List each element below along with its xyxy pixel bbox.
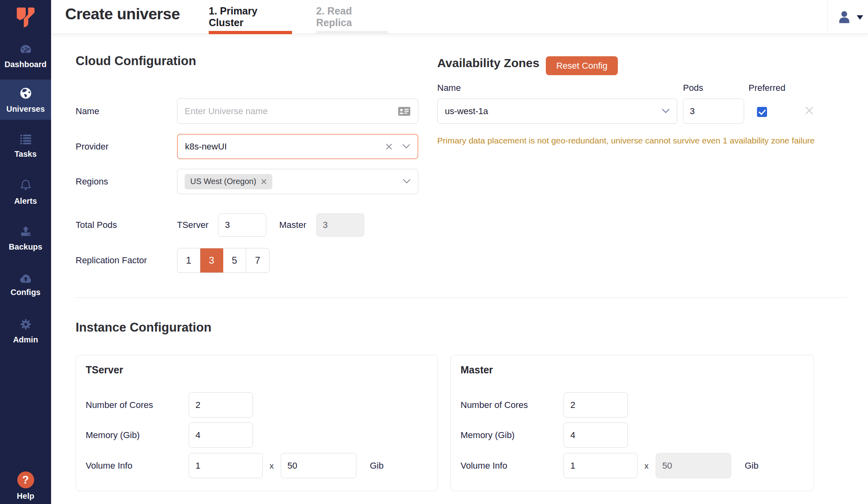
bell-icon bbox=[19, 179, 33, 193]
provider-field-label: Provider bbox=[76, 141, 177, 152]
universe-name-input-wrap bbox=[177, 98, 418, 124]
provider-chevron-down-icon[interactable] bbox=[402, 144, 410, 149]
master-pods-label: Master bbox=[279, 220, 306, 230]
az-column-pods: Pods bbox=[683, 83, 703, 93]
tserver-pods-input[interactable] bbox=[218, 213, 266, 237]
instance-configuration-title: Instance Configuration bbox=[76, 320, 212, 335]
replication-factor-segmented-control: 1 3 5 7 bbox=[177, 248, 269, 273]
yugabyte-logo bbox=[0, 3, 51, 31]
master-memory-input[interactable] bbox=[564, 422, 628, 448]
name-field-label: Name bbox=[76, 106, 177, 117]
yugabyte-logo-icon bbox=[14, 4, 38, 30]
total-pods-label: Total Pods bbox=[76, 220, 177, 230]
tab-label: 2. Read Replica bbox=[316, 5, 388, 29]
sidebar-item-dashboard[interactable]: Dashboard bbox=[0, 36, 51, 76]
az-selected-zone: us-west-1a bbox=[445, 106, 488, 117]
contact-card-icon bbox=[398, 107, 411, 116]
regions-field-label: Regions bbox=[76, 176, 177, 187]
gear-icon bbox=[19, 318, 33, 331]
universe-name-input[interactable] bbox=[185, 106, 398, 117]
user-avatar-icon bbox=[837, 9, 852, 25]
universe-globe-icon bbox=[19, 86, 33, 100]
tserver-pods-label: TServer bbox=[177, 220, 208, 230]
memory-label: Memory (Gib) bbox=[86, 430, 189, 440]
top-header: Create universe 1. Primary Cluster 2. Re… bbox=[51, 0, 868, 34]
rf-option-3-selected[interactable]: 3 bbox=[200, 248, 223, 272]
sidebar-item-universes[interactable]: Universes bbox=[0, 80, 51, 120]
tserver-volume-count-input[interactable] bbox=[189, 453, 263, 478]
replication-factor-label: Replication Factor bbox=[76, 255, 177, 266]
az-column-name: Name bbox=[437, 83, 461, 93]
master-volume-count-input[interactable] bbox=[564, 453, 638, 478]
create-universe-page: Dashboard Universes Tasks bbox=[0, 0, 868, 504]
sidebar-item-admin[interactable]: Admin bbox=[0, 311, 51, 351]
dashboard-icon bbox=[19, 44, 33, 56]
tab-primary-cluster[interactable]: 1. Primary Cluster bbox=[209, 0, 292, 34]
geo-redundancy-warning: Primary data placement is not geo-redund… bbox=[437, 136, 815, 145]
cloud-upload-icon bbox=[19, 272, 33, 284]
sidebar-item-help[interactable]: ? Help bbox=[0, 471, 51, 501]
tab-read-replica[interactable]: 2. Read Replica bbox=[316, 0, 388, 34]
sidebar-item-label: Tasks bbox=[14, 150, 37, 159]
header-divider bbox=[827, 0, 828, 33]
volume-info-label: Volume Info bbox=[461, 461, 564, 471]
tserver-memory-row: Memory (Gib) bbox=[86, 422, 253, 448]
regions-chevron-down-icon[interactable] bbox=[403, 179, 411, 184]
sidebar-item-backups[interactable]: Backups bbox=[0, 218, 51, 258]
sidebar-item-alerts[interactable]: Alerts bbox=[0, 172, 51, 212]
sidebar-item-label: Backups bbox=[9, 242, 42, 252]
sidebar-item-label: Alerts bbox=[14, 197, 37, 206]
provider-row: Provider k8s-newUI bbox=[76, 134, 418, 159]
az-pods-input[interactable] bbox=[683, 98, 744, 124]
tserver-volume-size-input[interactable] bbox=[281, 453, 356, 478]
section-divider bbox=[76, 297, 847, 298]
az-preferred-checkbox[interactable] bbox=[757, 107, 767, 117]
master-volume-size-input bbox=[656, 453, 731, 478]
tserver-volume-row: Volume Info x Gib bbox=[86, 453, 384, 478]
sidebar-item-label: Help bbox=[17, 492, 34, 501]
sidebar: Dashboard Universes Tasks bbox=[0, 0, 51, 504]
master-card: Master Number of Cores Memory (Gib) Volu… bbox=[450, 355, 814, 491]
page-title: Create universe bbox=[65, 5, 180, 23]
sidebar-item-label: Configs bbox=[10, 288, 40, 297]
region-chip-remove-icon[interactable] bbox=[261, 179, 267, 184]
provider-clear-icon[interactable] bbox=[385, 143, 393, 150]
master-card-title: Master bbox=[461, 364, 493, 376]
az-chevron-down-icon[interactable] bbox=[662, 109, 670, 114]
cores-label: Number of Cores bbox=[461, 400, 564, 410]
availability-zones-title: Availability Zones bbox=[437, 56, 539, 70]
tasks-list-icon bbox=[19, 133, 33, 145]
master-pods-input bbox=[316, 213, 364, 237]
region-chip: US West (Oregon) bbox=[185, 174, 272, 189]
rf-option-5[interactable]: 5 bbox=[223, 248, 246, 272]
help-icon: ? bbox=[17, 471, 34, 488]
master-cores-input[interactable] bbox=[564, 392, 628, 418]
multiply-symbol: x bbox=[644, 461, 649, 471]
rf-option-1[interactable]: 1 bbox=[177, 248, 200, 272]
sidebar-item-configs[interactable]: Configs bbox=[0, 264, 51, 305]
reset-config-button[interactable]: Reset Config bbox=[546, 56, 618, 75]
sidebar-item-label: Dashboard bbox=[4, 60, 46, 69]
az-name-select[interactable]: us-west-1a bbox=[437, 98, 677, 124]
sidebar-item-tasks[interactable]: Tasks bbox=[0, 126, 51, 166]
tab-label: 1. Primary Cluster bbox=[209, 5, 292, 29]
rf-option-7[interactable]: 7 bbox=[246, 248, 269, 272]
tserver-cores-input[interactable] bbox=[189, 392, 253, 418]
chevron-down-icon bbox=[857, 15, 863, 23]
upload-tray-icon bbox=[19, 225, 33, 238]
az-row-remove-icon[interactable] bbox=[804, 106, 814, 117]
provider-selected-value: k8s-newUI bbox=[185, 141, 227, 152]
tab-active-underline bbox=[209, 31, 292, 34]
tserver-memory-input[interactable] bbox=[189, 422, 253, 448]
provider-select[interactable]: k8s-newUI bbox=[177, 134, 418, 159]
regions-multiselect[interactable]: US West (Oregon) bbox=[177, 169, 418, 194]
volume-unit-label: Gib bbox=[370, 461, 384, 471]
total-pods-row: Total Pods TServer Master bbox=[76, 213, 364, 237]
user-menu[interactable] bbox=[837, 0, 863, 34]
az-column-preferred: Preferred bbox=[749, 83, 786, 93]
multiply-symbol: x bbox=[269, 461, 274, 471]
sidebar-item-label: Universes bbox=[6, 104, 45, 114]
memory-label: Memory (Gib) bbox=[461, 430, 564, 440]
tserver-card-title: TServer bbox=[86, 364, 123, 376]
sidebar-item-label: Admin bbox=[13, 335, 38, 344]
